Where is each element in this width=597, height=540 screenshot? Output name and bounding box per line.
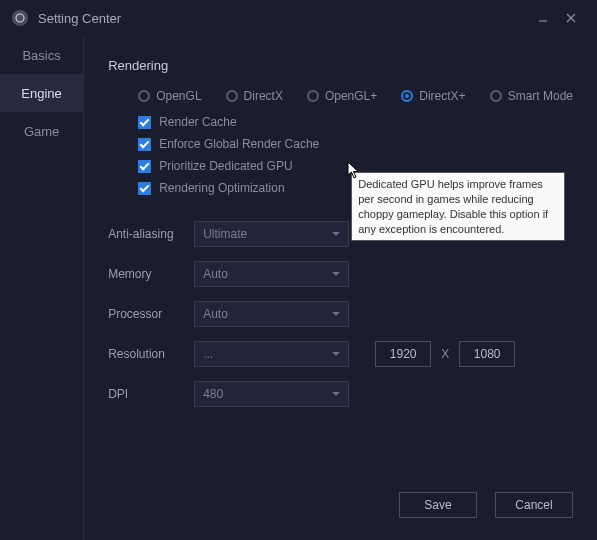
sidebar-item-game[interactable]: Game <box>0 112 83 150</box>
radio-opengl[interactable]: OpenGL <box>138 89 201 103</box>
sidebar-item-label: Engine <box>21 86 61 101</box>
sidebar-item-basics[interactable]: Basics <box>0 36 83 74</box>
sidebar-item-label: Basics <box>22 48 60 63</box>
window-body: Basics Engine Game Rendering OpenGL Dire… <box>0 36 597 540</box>
content-panel: Rendering OpenGL DirectX OpenGL+ DirectX… <box>84 36 597 540</box>
select-value: ... <box>203 347 213 361</box>
radio-label: DirectX <box>244 89 283 103</box>
select-value: Auto <box>203 307 228 321</box>
radio-label: OpenGL+ <box>325 89 377 103</box>
select-dpi[interactable]: 480 <box>194 381 349 407</box>
cancel-button[interactable]: Cancel <box>495 492 573 518</box>
tooltip-dedicated-gpu: Dedicated GPU helps improve frames per s… <box>351 172 565 241</box>
radio-icon <box>226 90 238 102</box>
chevron-down-icon <box>332 232 340 236</box>
select-resolution[interactable]: ... <box>194 341 349 367</box>
checkbox-icon <box>138 116 151 129</box>
svg-point-0 <box>16 14 24 22</box>
select-memory[interactable]: Auto <box>194 261 349 287</box>
close-button[interactable] <box>557 4 585 32</box>
chevron-down-icon <box>332 392 340 396</box>
radio-directx[interactable]: DirectX <box>226 89 283 103</box>
row-resolution: Resolution ... 1920 X 1080 <box>108 341 573 367</box>
radio-icon <box>307 90 319 102</box>
checkbox-enforce-global-cache[interactable]: Enforce Global Render Cache <box>138 137 573 151</box>
resolution-inputs: 1920 X 1080 <box>375 341 515 367</box>
select-value: 480 <box>203 387 223 401</box>
checkbox-render-cache[interactable]: Render Cache <box>138 115 573 129</box>
sidebar-item-label: Game <box>24 124 59 139</box>
row-processor: Processor Auto <box>108 301 573 327</box>
chevron-down-icon <box>332 272 340 276</box>
checkbox-label: Prioritize Dedicated GPU <box>159 159 292 173</box>
radio-smartmode[interactable]: Smart Mode <box>490 89 573 103</box>
app-logo-icon <box>12 10 28 26</box>
checkbox-label: Render Cache <box>159 115 236 129</box>
window-title: Setting Center <box>38 11 529 26</box>
row-dpi: DPI 480 <box>108 381 573 407</box>
render-mode-group: OpenGL DirectX OpenGL+ DirectX+ Smart Mo… <box>138 89 573 103</box>
radio-icon <box>401 90 413 102</box>
radio-label: DirectX+ <box>419 89 465 103</box>
checkbox-prioritize-gpu[interactable]: Prioritize Dedicated GPU <box>138 159 573 173</box>
radio-directxplus[interactable]: DirectX+ <box>401 89 465 103</box>
chevron-down-icon <box>332 312 340 316</box>
checkbox-icon <box>138 138 151 151</box>
checkbox-label: Enforce Global Render Cache <box>159 137 319 151</box>
settings-window: Setting Center Basics Engine Game Render… <box>0 0 597 540</box>
label-processor: Processor <box>108 307 194 321</box>
save-button[interactable]: Save <box>399 492 477 518</box>
resolution-separator: X <box>441 347 449 361</box>
label-dpi: DPI <box>108 387 194 401</box>
minimize-button[interactable] <box>529 4 557 32</box>
radio-label: Smart Mode <box>508 89 573 103</box>
radio-openglplus[interactable]: OpenGL+ <box>307 89 377 103</box>
label-antialiasing: Anti-aliasing <box>108 227 194 241</box>
radio-icon <box>490 90 502 102</box>
footer: Save Cancel <box>108 492 573 522</box>
section-title-rendering: Rendering <box>108 58 573 73</box>
sidebar: Basics Engine Game <box>0 36 84 540</box>
checkbox-icon <box>138 182 151 195</box>
resolution-height-input[interactable]: 1080 <box>459 341 515 367</box>
row-memory: Memory Auto <box>108 261 573 287</box>
resolution-width-input[interactable]: 1920 <box>375 341 431 367</box>
select-value: Auto <box>203 267 228 281</box>
label-memory: Memory <box>108 267 194 281</box>
label-resolution: Resolution <box>108 347 194 361</box>
select-antialiasing[interactable]: Ultimate <box>194 221 349 247</box>
chevron-down-icon <box>332 352 340 356</box>
radio-label: OpenGL <box>156 89 201 103</box>
select-value: Ultimate <box>203 227 247 241</box>
checkbox-label: Rendering Optimization <box>159 181 284 195</box>
titlebar: Setting Center <box>0 0 597 36</box>
radio-icon <box>138 90 150 102</box>
sidebar-item-engine[interactable]: Engine <box>0 74 83 112</box>
checkbox-icon <box>138 160 151 173</box>
select-processor[interactable]: Auto <box>194 301 349 327</box>
